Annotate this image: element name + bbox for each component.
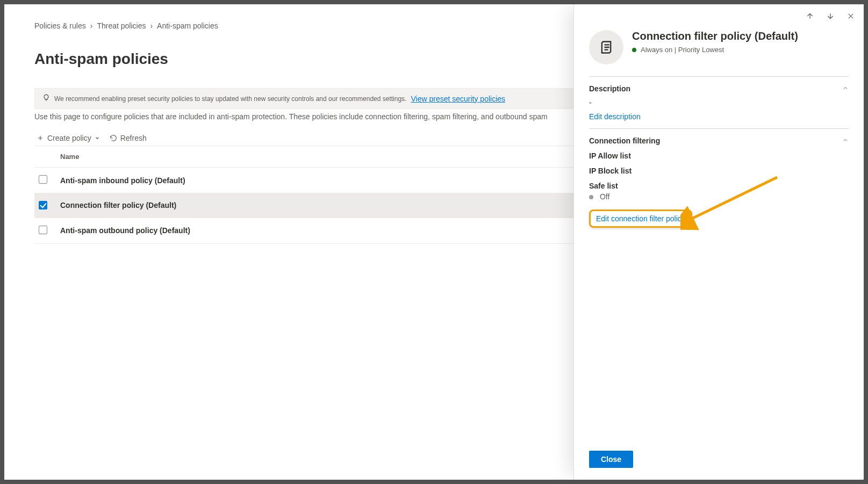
next-arrow-icon[interactable] — [823, 9, 838, 24]
create-policy-button[interactable]: Create policy — [37, 134, 100, 142]
close-button[interactable]: Close — [589, 451, 633, 468]
ip-allow-list-label: IP Allow list — [589, 151, 849, 160]
close-icon[interactable] — [843, 9, 858, 24]
view-preset-policies-link[interactable]: View preset security policies — [411, 95, 505, 103]
breadcrumb-item[interactable]: Anti-spam policies — [157, 21, 218, 30]
policy-name[interactable]: Anti-spam inbound policy (Default) — [56, 168, 634, 193]
edit-connection-filter-link[interactable]: Edit connection filter policy — [596, 214, 685, 223]
row-checkbox[interactable] — [39, 175, 47, 184]
safe-list-value: Off — [600, 192, 609, 201]
off-dot-icon — [589, 195, 593, 199]
edit-connection-filter-highlight: Edit connection filter policy — [589, 210, 692, 228]
section-label: Connection filtering — [589, 136, 660, 145]
chevron-up-icon — [842, 84, 849, 93]
safe-list-label: Safe list — [589, 182, 849, 190]
policy-icon — [589, 30, 623, 64]
breadcrumb-item[interactable]: Threat policies — [97, 21, 146, 30]
banner-text: We recommend enabling preset security po… — [54, 95, 406, 103]
panel-title: Connection filter policy (Default) — [632, 30, 798, 42]
policy-name[interactable]: Connection filter policy (Default) — [56, 193, 634, 218]
details-panel: Connection filter policy (Default) Alway… — [573, 4, 864, 480]
status-dot-icon — [632, 48, 636, 52]
column-header-name[interactable]: Name — [56, 146, 634, 168]
lightbulb-icon — [42, 94, 50, 103]
description-value: - — [589, 98, 849, 107]
row-checkbox[interactable] — [39, 201, 47, 210]
policy-name[interactable]: Anti-spam outbound policy (Default) — [56, 218, 634, 243]
edit-description-link[interactable]: Edit description — [589, 112, 641, 121]
chevron-right-icon: › — [150, 21, 153, 30]
app-window: Policies & rules › Threat policies › Ant… — [0, 0, 868, 484]
row-checkbox[interactable] — [39, 226, 47, 234]
chevron-up-icon — [842, 136, 849, 145]
section-label: Description — [589, 84, 630, 93]
description-section-toggle[interactable]: Description — [589, 84, 849, 93]
connection-filtering-section-toggle[interactable]: Connection filtering — [589, 136, 849, 145]
breadcrumb-item[interactable]: Policies & rules — [34, 21, 86, 30]
previous-arrow-icon[interactable] — [802, 9, 817, 24]
refresh-button[interactable]: Refresh — [110, 134, 147, 142]
refresh-label: Refresh — [120, 134, 147, 142]
create-policy-label: Create policy — [47, 134, 91, 142]
chevron-right-icon: › — [90, 21, 93, 30]
panel-status: Always on | Priority Lowest — [641, 46, 724, 54]
ip-block-list-label: IP Block list — [589, 167, 849, 175]
